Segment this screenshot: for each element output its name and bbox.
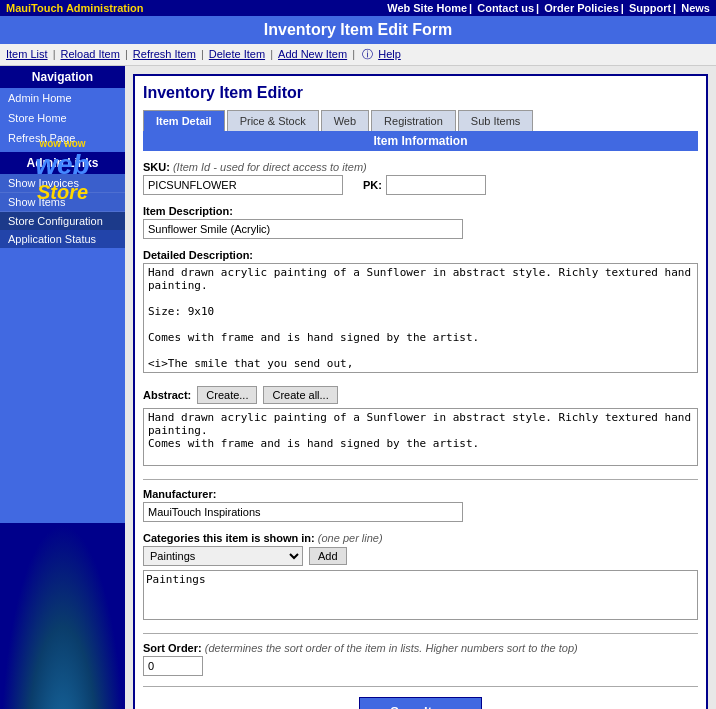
sku-row: SKU: (Item Id - used for direct access t… bbox=[143, 161, 698, 195]
abstract-textarea[interactable]: Hand drawn acrylic painting of a Sunflow… bbox=[143, 408, 698, 466]
sort-order-input[interactable] bbox=[143, 656, 203, 676]
categories-label: Categories this item is shown in: (one p… bbox=[143, 532, 698, 544]
editor-panel: Inventory Item Editor Item Detail Price … bbox=[133, 74, 708, 709]
pk-input[interactable] bbox=[386, 175, 486, 195]
help-icon: ⓘ bbox=[362, 48, 373, 60]
logo-store-text: Store bbox=[4, 181, 121, 204]
sidebar-logo: wow wow web Store bbox=[0, 134, 125, 208]
abstract-label: Abstract: bbox=[143, 389, 191, 401]
tab-sub-items[interactable]: Sub Items bbox=[458, 110, 534, 131]
topbar-link-news[interactable]: News bbox=[681, 2, 710, 14]
manufacturer-row: Manufacturer: bbox=[143, 488, 698, 522]
top-bar-links[interactable]: Web Site Home| Contact us| Order Policie… bbox=[387, 2, 710, 14]
sort-order-label: Sort Order: (determines the sort order o… bbox=[143, 642, 698, 654]
top-bar: MauiTouch Administration Web Site Home| … bbox=[0, 0, 716, 16]
breadcrumb: Item List | Reload Item | Refresh Item |… bbox=[0, 44, 716, 66]
sidebar-item-store-home[interactable]: Store Home bbox=[0, 108, 125, 128]
add-category-button[interactable]: Add bbox=[309, 547, 347, 565]
divider-2 bbox=[143, 633, 698, 634]
sku-label: SKU: (Item Id - used for direct access t… bbox=[143, 161, 698, 173]
manufacturer-label: Manufacturer: bbox=[143, 488, 698, 500]
categories-list[interactable]: Paintings bbox=[143, 570, 698, 620]
item-desc-input[interactable] bbox=[143, 219, 463, 239]
editor-title: Inventory Item Editor bbox=[143, 84, 698, 102]
abstract-row: Abstract: Create... Create all... Hand d… bbox=[143, 386, 698, 469]
breadcrumb-help[interactable]: Help bbox=[378, 48, 401, 60]
divider-1 bbox=[143, 479, 698, 480]
tab-registration[interactable]: Registration bbox=[371, 110, 456, 131]
breadcrumb-item-list[interactable]: Item List bbox=[6, 48, 48, 60]
detailed-desc-label: Detailed Description: bbox=[143, 249, 698, 261]
pk-group: PK: bbox=[363, 175, 486, 195]
breadcrumb-refresh[interactable]: Refresh Item bbox=[133, 48, 196, 60]
create-button[interactable]: Create... bbox=[197, 386, 257, 404]
sidebar-item-admin-home[interactable]: Admin Home bbox=[0, 88, 125, 108]
tabs: Item Detail Price & Stock Web Registrati… bbox=[143, 110, 698, 131]
manufacturer-input[interactable] bbox=[143, 502, 463, 522]
create-all-button[interactable]: Create all... bbox=[263, 386, 337, 404]
layout: Navigation Admin Home Store Home Refresh… bbox=[0, 66, 716, 709]
topbar-link-policies[interactable]: Order Policies bbox=[544, 2, 619, 14]
sidebar-item-app-status[interactable]: Application Status bbox=[0, 230, 125, 248]
sidebar: Navigation Admin Home Store Home Refresh… bbox=[0, 66, 125, 709]
logo-web-text: web bbox=[4, 149, 121, 181]
detailed-desc-row: Detailed Description: Hand drawn acrylic… bbox=[143, 249, 698, 376]
tab-item-detail[interactable]: Item Detail bbox=[143, 110, 225, 131]
logo-wow-text: wow wow bbox=[4, 138, 121, 149]
breadcrumb-add-new[interactable]: Add New Item bbox=[278, 48, 347, 60]
topbar-link-contact[interactable]: Contact us bbox=[477, 2, 534, 14]
categories-select[interactable]: Paintings bbox=[143, 546, 303, 566]
navigation-header: Navigation bbox=[0, 66, 125, 88]
pk-label: PK: bbox=[363, 179, 382, 191]
tab-web[interactable]: Web bbox=[321, 110, 369, 131]
item-desc-label: Item Description: bbox=[143, 205, 698, 217]
breadcrumb-delete[interactable]: Delete Item bbox=[209, 48, 265, 60]
app-name: MauiTouch Administration bbox=[6, 2, 144, 14]
topbar-link-website[interactable]: Web Site Home bbox=[387, 2, 467, 14]
sort-order-row: Sort Order: (determines the sort order o… bbox=[143, 642, 698, 676]
sku-input[interactable] bbox=[143, 175, 343, 195]
topbar-link-support[interactable]: Support bbox=[629, 2, 671, 14]
main-content: Inventory Item Editor Item Detail Price … bbox=[125, 66, 716, 709]
tab-content-header: Item Information bbox=[143, 131, 698, 151]
main-title: Inventory Item Edit Form bbox=[0, 16, 716, 44]
detailed-desc-textarea[interactable]: Hand drawn acrylic painting of a Sunflow… bbox=[143, 263, 698, 373]
breadcrumb-reload[interactable]: Reload Item bbox=[61, 48, 120, 60]
categories-row: Categories this item is shown in: (one p… bbox=[143, 532, 698, 623]
sidebar-item-store-config[interactable]: Store Configuration bbox=[0, 212, 125, 230]
save-button[interactable]: Save Item bbox=[359, 697, 482, 709]
item-desc-row: Item Description: bbox=[143, 205, 698, 239]
tab-price-stock[interactable]: Price & Stock bbox=[227, 110, 319, 131]
divider-3 bbox=[143, 686, 698, 687]
